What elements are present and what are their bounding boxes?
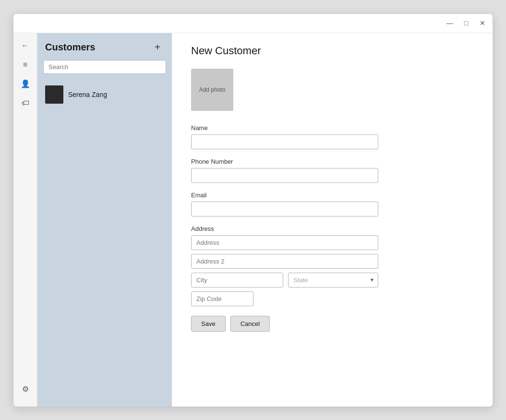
customer-list: Serena Zang xyxy=(37,80,172,407)
phone-field[interactable] xyxy=(191,168,378,183)
add-customer-button[interactable]: + xyxy=(151,41,164,54)
icon-sidebar: ← ≡ 👤 🏷 ⚙ xyxy=(13,33,37,407)
name-group: Name xyxy=(191,124,473,149)
search-input[interactable] xyxy=(43,60,166,74)
city-state-row: StateALAKAZARCACOCTDEFLGAHIIDILINIAKSKYL… xyxy=(191,273,473,288)
main-form: New Customer Add photo Name Phone Number… xyxy=(172,33,493,407)
city-field[interactable] xyxy=(191,273,283,288)
customer-panel: Customers + Serena Zang xyxy=(37,33,172,407)
address-label: Address xyxy=(191,225,473,232)
maximize-button[interactable]: □ xyxy=(462,19,470,27)
title-bar: — □ ✕ xyxy=(13,14,493,33)
zip-field[interactable] xyxy=(191,291,253,306)
email-field[interactable] xyxy=(191,202,378,216)
list-item[interactable]: Serena Zang xyxy=(41,82,168,108)
address1-field[interactable] xyxy=(191,235,378,250)
form-title: New Customer xyxy=(191,45,473,57)
email-group: Email xyxy=(191,192,473,216)
phone-group: Phone Number xyxy=(191,158,473,183)
phone-label: Phone Number xyxy=(191,158,473,165)
state-select[interactable]: StateALAKAZARCACOCTDEFLGAHIIDILINIAKSKYL… xyxy=(288,273,378,288)
back-icon[interactable]: ← xyxy=(18,38,33,53)
cancel-button[interactable]: Cancel xyxy=(230,316,270,332)
avatar xyxy=(45,85,63,104)
app-window: — □ ✕ ← ≡ 👤 🏷 ⚙ Customers + xyxy=(13,13,493,407)
top-icons: ← ≡ 👤 🏷 xyxy=(18,38,33,111)
photo-placeholder-text: Add photo xyxy=(199,86,226,93)
bottom-icons: ⚙ xyxy=(18,382,33,397)
search-box-wrap xyxy=(37,60,172,80)
address-group: Address StateALAKAZARCACOCTDEFLGAHIIDILI… xyxy=(191,225,473,306)
name-label: Name xyxy=(191,124,473,132)
content-area: ← ≡ 👤 🏷 ⚙ Customers + Serena Zang xyxy=(13,33,493,407)
tag-icon[interactable]: 🏷 xyxy=(18,96,33,111)
title-bar-controls: — □ ✕ xyxy=(446,19,487,27)
address2-field[interactable] xyxy=(191,254,378,269)
email-label: Email xyxy=(191,192,473,199)
add-photo-button[interactable]: Add photo xyxy=(191,69,233,111)
name-field[interactable] xyxy=(191,134,378,149)
settings-icon[interactable]: ⚙ xyxy=(18,382,33,397)
menu-icon[interactable]: ≡ xyxy=(18,57,33,72)
close-button[interactable]: ✕ xyxy=(478,19,487,27)
customer-panel-header: Customers + xyxy=(37,33,172,60)
state-select-wrap: StateALAKAZARCACOCTDEFLGAHIIDILINIAKSKYL… xyxy=(288,273,378,288)
users-icon[interactable]: 👤 xyxy=(18,76,33,92)
customer-name: Serena Zang xyxy=(68,91,107,98)
customer-panel-title: Customers xyxy=(45,42,95,53)
save-button[interactable]: Save xyxy=(191,316,226,332)
minimize-button[interactable]: — xyxy=(446,19,454,27)
form-actions: Save Cancel xyxy=(191,316,473,332)
